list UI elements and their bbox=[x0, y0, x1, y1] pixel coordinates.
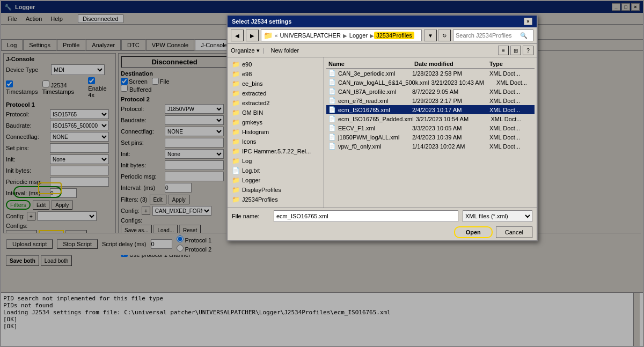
help-button[interactable]: ? bbox=[523, 46, 533, 55]
back-button[interactable]: ◀ bbox=[231, 29, 244, 41]
dropdown-button[interactable]: ▼ bbox=[424, 29, 437, 41]
folder-name: IPC Hammer.5.7.22_Rel... bbox=[242, 148, 311, 154]
folder-name: Log bbox=[242, 158, 252, 164]
file-date-3: 8/7/2022 9:05 AM bbox=[412, 88, 487, 95]
folder-name: gmkeys bbox=[242, 119, 262, 125]
folder-name: Logger bbox=[242, 177, 260, 183]
folder-icons[interactable]: 📁Icons bbox=[230, 137, 321, 146]
col-type: Type bbox=[489, 61, 532, 67]
file-type-9: XML Doct... bbox=[489, 143, 532, 150]
file-row-6[interactable]: 📄 ecm_ISO16765_Padded.xml 3/21/2023 10:5… bbox=[326, 114, 535, 123]
folder-name: extracted bbox=[242, 90, 266, 97]
folder-name: ee_bins bbox=[242, 80, 263, 87]
file-type-5: XML Doct... bbox=[489, 107, 532, 113]
breadcrumb-icon: 📁 bbox=[264, 31, 273, 40]
open-button[interactable]: Open bbox=[454, 226, 493, 238]
view-list-button[interactable]: ≡ bbox=[498, 46, 509, 55]
dialog-title-bar: Select J2534 settings × bbox=[228, 16, 537, 27]
folder-e90[interactable]: 📁e90 bbox=[230, 60, 321, 69]
file-type-3: XML Doct... bbox=[489, 88, 532, 95]
file-date-1: 1/28/2023 2:58 PM bbox=[412, 70, 487, 77]
folder-histogram[interactable]: 📁Histogram bbox=[230, 127, 321, 137]
folder-extracted[interactable]: 📁extracted bbox=[230, 88, 321, 98]
file-icon: 📄 bbox=[232, 167, 240, 174]
dialog-close-button[interactable]: × bbox=[524, 18, 532, 25]
file-row-7[interactable]: 📄 EECV_F1.xml 3/3/2023 10:05 AM XML Doct… bbox=[326, 123, 535, 132]
file-name-9: vpw_f0_only.xml bbox=[338, 143, 410, 150]
file-name-4: ecm_e78_read.xml bbox=[338, 98, 410, 104]
file-type-2: XML Doct... bbox=[496, 79, 532, 86]
file-date-4: 1/29/2023 2:17 PM bbox=[412, 98, 487, 104]
folder-gm-bin[interactable]: 📁GM BIN bbox=[230, 108, 321, 117]
folder-ee-bins[interactable]: 📁ee_bins bbox=[230, 79, 321, 88]
file-date-9: 1/14/2023 10:02 AM bbox=[412, 143, 487, 150]
folder-name: DisplayProfiles bbox=[242, 187, 281, 193]
file-type-4: XML Doct... bbox=[489, 98, 532, 104]
breadcrumb-logger[interactable]: Logger bbox=[347, 32, 370, 39]
folder-icon: 📁 bbox=[232, 90, 240, 97]
file-list-header: Name Date modified Type bbox=[326, 60, 535, 69]
search-box: 🔍 bbox=[453, 29, 533, 41]
forward-button[interactable]: ▶ bbox=[246, 29, 259, 41]
folder-name: Icons bbox=[242, 138, 256, 145]
file-type-1: XML Doct... bbox=[489, 70, 532, 77]
folder-icon: 📁 bbox=[232, 176, 240, 184]
file-row-2[interactable]: 📄 CAN_raw_logALL_6&14_500k.xml 3/21/2023… bbox=[326, 78, 535, 87]
file-row-9[interactable]: 📄 vpw_f0_only.xml 1/14/2023 10:02 AM XML… bbox=[326, 142, 535, 151]
breadcrumb-actions: ▼ ↻ bbox=[424, 29, 451, 41]
dialog-buttons: Open Cancel bbox=[228, 224, 537, 240]
folder-icon: 📁 bbox=[232, 119, 240, 126]
breadcrumb-universalpatcher[interactable]: UNIVERSALPATCHER bbox=[278, 32, 343, 39]
refresh-button[interactable]: ↻ bbox=[438, 29, 451, 41]
folder-displayprofiles[interactable]: 📁DisplayProfiles bbox=[230, 185, 321, 195]
folder-log-txt[interactable]: 📄Log.txt bbox=[230, 166, 321, 175]
view-details-button[interactable]: ⊞ bbox=[510, 46, 521, 55]
filename-row: File name: XML files (*.xml) bbox=[228, 208, 537, 224]
file-row-3[interactable]: 📄 CAN_t87A_profile.xml 8/7/2022 9:05 AM … bbox=[326, 87, 535, 96]
j2534-dialog: Select J2534 settings × ◀ ▶ 📁 « UNIVERSA… bbox=[226, 14, 538, 241]
file-date-8: 2/4/2023 10:39 AM bbox=[412, 134, 487, 141]
folder-j2534profiles[interactable]: 📁J2534Profiles bbox=[230, 195, 321, 204]
dialog-overlay: Select J2534 settings × ◀ ▶ 📁 « UNIVERSA… bbox=[1, 1, 643, 346]
file-row-5[interactable]: 📄 ecm_ISO16765.xml 2/4/2023 10:17 AM XML… bbox=[326, 105, 535, 114]
folder-name: J2534Profiles bbox=[242, 196, 278, 203]
folder-log[interactable]: 📁Log bbox=[230, 156, 321, 166]
file-row-1[interactable]: 📄 CAN_3e_periodic.xml 1/28/2023 2:58 PM … bbox=[326, 69, 535, 78]
breadcrumb-sep-2: ▶ bbox=[370, 33, 374, 39]
folder-extracted2[interactable]: 📁extracted2 bbox=[230, 98, 321, 108]
filetype-select[interactable]: XML files (*.xml) bbox=[463, 210, 532, 222]
folder-icon: 📁 bbox=[232, 109, 240, 116]
file-name-5: ecm_ISO16765.xml bbox=[338, 107, 410, 113]
folder-icon: 📁 bbox=[232, 128, 240, 136]
file-row-4[interactable]: 📄 ecm_e78_read.xml 1/29/2023 2:17 PM XML… bbox=[326, 96, 535, 105]
folder-ipc-hammer[interactable]: 📁IPC Hammer.5.7.22_Rel... bbox=[230, 146, 321, 156]
search-input[interactable] bbox=[456, 32, 520, 39]
new-folder-button[interactable]: New folder bbox=[268, 47, 303, 54]
folder-logger[interactable]: 📁Logger bbox=[230, 175, 321, 185]
folder-icon: 📁 bbox=[232, 138, 240, 145]
folder-icon: 📁 bbox=[232, 70, 240, 78]
file-date-7: 3/3/2023 10:05 AM bbox=[412, 125, 487, 131]
file-type-7: XML Doct... bbox=[489, 125, 532, 131]
folder-e98[interactable]: 📁e98 bbox=[230, 69, 321, 79]
xml-icon: 📄 bbox=[328, 79, 336, 86]
folder-gmkeys[interactable]: 📁gmkeys bbox=[230, 117, 321, 127]
main-window: 🔧 Logger _ □ × File Action Help Disconne… bbox=[0, 0, 644, 347]
organize-button[interactable]: Organize ▾ bbox=[231, 47, 260, 54]
file-type-8: XML Doct... bbox=[489, 134, 532, 141]
file-browser: 📁e90 📁e98 📁ee_bins 📁extracted 📁extracted… bbox=[228, 57, 537, 208]
breadcrumb-sep-1: ▶ bbox=[343, 33, 347, 39]
file-name-1: CAN_3e_periodic.xml bbox=[338, 70, 410, 77]
file-row-8[interactable]: 📄 j1850PWM_logALL.xml 2/4/2023 10:39 AM … bbox=[326, 132, 535, 142]
breadcrumb-bar: ◀ ▶ 📁 « UNIVERSALPATCHER ▶ Logger ▶ J253… bbox=[228, 27, 537, 44]
filename-label: File name: bbox=[232, 213, 269, 219]
folder-name: Log.txt bbox=[242, 167, 260, 174]
col-name: Name bbox=[328, 61, 414, 67]
dialog-win-controls: × bbox=[524, 18, 532, 25]
cancel-button[interactable]: Cancel bbox=[496, 226, 532, 238]
file-name-8: j1850PWM_logALL.xml bbox=[338, 134, 410, 141]
breadcrumb-j2534profiles[interactable]: J2534Profiles bbox=[374, 32, 414, 39]
filename-input[interactable] bbox=[274, 210, 458, 222]
search-icon: 🔍 bbox=[520, 32, 528, 39]
xml-icon: 📄 bbox=[328, 106, 336, 113]
